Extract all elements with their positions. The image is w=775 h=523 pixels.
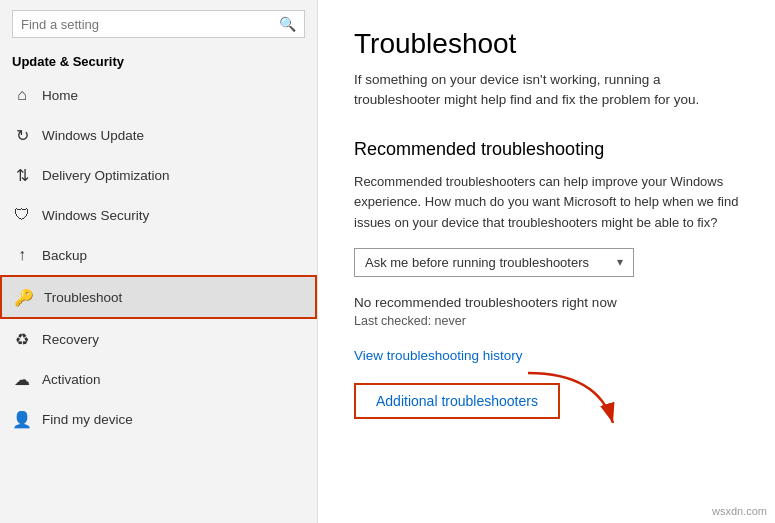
sidebar-item-label: Find my device [42,412,133,427]
sidebar-item-label: Recovery [42,332,99,347]
sidebar-section-title: Update & Security [0,46,317,75]
sidebar: 🔍 Update & Security ⌂ Home ↻ Windows Upd… [0,0,318,523]
sidebar-item-label: Activation [42,372,101,387]
chevron-down-icon: ▾ [617,255,623,269]
delivery-icon: ⇅ [12,165,32,185]
main-description: If something on your device isn't workin… [354,70,739,111]
sidebar-item-windows-security[interactable]: 🛡 Windows Security [0,195,317,235]
content-area: 🔍 Update & Security ⌂ Home ↻ Windows Upd… [0,0,775,523]
sidebar-item-backup[interactable]: ↑ Backup [0,235,317,275]
activation-icon: ☁ [12,369,32,389]
sidebar-item-label: Backup [42,248,87,263]
last-checked-text: Last checked: never [354,314,739,328]
recommended-description: Recommended troubleshooters can help imp… [354,172,739,234]
troubleshoot-dropdown[interactable]: Ask me before running troubleshooters ▾ [354,248,634,277]
home-icon: ⌂ [12,85,32,105]
sidebar-item-label: Delivery Optimization [42,168,170,183]
sidebar-item-label: Windows Security [42,208,149,223]
recommended-heading: Recommended troubleshooting [354,139,739,160]
find-device-icon: 👤 [12,409,32,429]
recovery-icon: ♻ [12,329,32,349]
search-button[interactable]: 🔍 [279,16,296,32]
dropdown-value: Ask me before running troubleshooters [365,255,589,270]
sidebar-item-windows-update[interactable]: ↻ Windows Update [0,115,317,155]
additional-troubleshooters-button[interactable]: Additional troubleshooters [354,383,560,419]
shield-icon: 🛡 [12,205,32,225]
sidebar-item-find-my-device[interactable]: 👤 Find my device [0,399,317,439]
sidebar-item-delivery-optimization[interactable]: ⇅ Delivery Optimization [0,155,317,195]
page-title: Troubleshoot [354,28,739,60]
watermark: wsxdn.com [712,505,767,517]
sidebar-item-troubleshoot[interactable]: 🔑 Troubleshoot [0,275,317,319]
troubleshoot-icon: 🔑 [14,287,34,307]
window: 🔍 Update & Security ⌂ Home ↻ Windows Upd… [0,0,775,523]
sidebar-item-label: Troubleshoot [44,290,122,305]
search-input[interactable] [21,17,279,32]
sidebar-item-activation[interactable]: ☁ Activation [0,359,317,399]
additional-troubleshooters-container: Additional troubleshooters [354,383,560,419]
update-icon: ↻ [12,125,32,145]
sidebar-item-home[interactable]: ⌂ Home [0,75,317,115]
sidebar-item-recovery[interactable]: ♻ Recovery [0,319,317,359]
search-box[interactable]: 🔍 [12,10,305,38]
status-text: No recommended troubleshooters right now [354,295,739,310]
sidebar-item-label: Home [42,88,78,103]
backup-icon: ↑ [12,245,32,265]
sidebar-item-label: Windows Update [42,128,144,143]
view-history-link[interactable]: View troubleshooting history [354,348,739,363]
main-content: Troubleshoot If something on your device… [318,0,775,523]
